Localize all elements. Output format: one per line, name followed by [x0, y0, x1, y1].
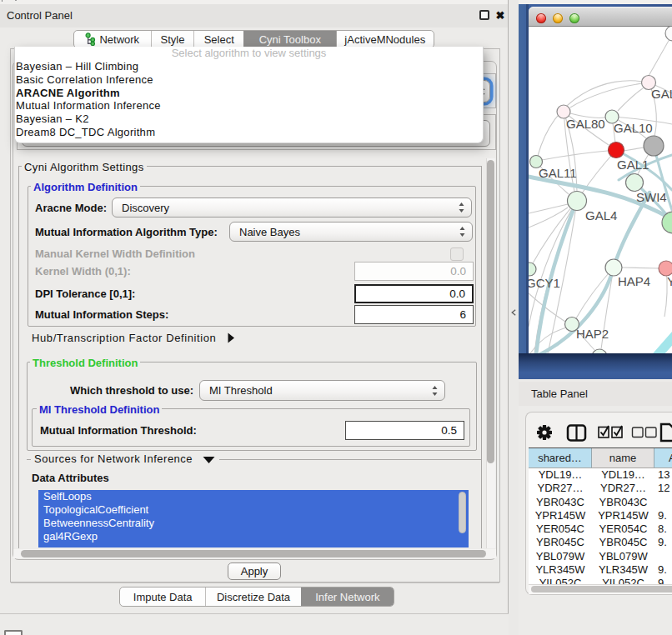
network-node-hap4[interactable] [605, 259, 622, 276]
table-cell[interactable]: YER054C [529, 522, 592, 536]
data-attributes-list[interactable]: SelfLoopsTopologicalCoefficientBetweenne… [38, 490, 469, 548]
table-cell[interactable] [654, 550, 672, 563]
table-cell[interactable]: 8. [654, 522, 672, 536]
table-cell[interactable]: YBR043C [592, 496, 654, 509]
expand-arrow-icon[interactable] [227, 332, 235, 343]
network-edge[interactable] [624, 148, 644, 151]
attribute-item[interactable]: gal4RGexp [38, 530, 469, 543]
table-cell[interactable]: YDR27… [592, 482, 654, 495]
settings-vscroll-thumb[interactable] [487, 160, 494, 463]
network-node-swi4[interactable] [626, 174, 644, 192]
table-cell[interactable]: YPR145W [592, 509, 654, 522]
tab-select[interactable]: Select [193, 31, 243, 48]
mi-threshold-field[interactable]: 0.5 [345, 421, 464, 440]
column-header-1[interactable]: name [592, 448, 654, 468]
checked-boxes-icon [599, 426, 622, 438]
network-node[interactable] [665, 27, 672, 41]
table-cell[interactable]: YBR045C [592, 536, 654, 549]
network-node-gcy1[interactable] [529, 262, 536, 276]
tab-impute-data[interactable]: Impute Data [120, 588, 205, 606]
network-node[interactable] [644, 136, 664, 156]
table-cell[interactable]: YLR345W [592, 563, 654, 577]
table-cell[interactable]: 9. [654, 563, 672, 577]
network-node-gal4[interactable] [568, 192, 587, 211]
network-edge[interactable] [570, 82, 649, 108]
tab-cyni-toolbox[interactable]: Cyni Toolbox [243, 31, 335, 48]
dropdown-item[interactable]: Dream8 DC_TDC Algorithm [15, 126, 483, 139]
table-cell[interactable]: YBL079W [529, 550, 592, 563]
network-edge[interactable] [622, 268, 659, 268]
hub-definition-label: Hub/Transcription Factor Definition [32, 332, 216, 345]
network-edge[interactable] [542, 150, 616, 160]
float-window-icon[interactable] [479, 10, 489, 20]
tab-network[interactable]: Network [74, 31, 151, 48]
corner-button[interactable] [4, 630, 23, 635]
network-window-titlebar[interactable] [529, 7, 672, 27]
mi-type-value: Naive Bayes [239, 222, 300, 241]
panel-splitter[interactable] [509, 0, 519, 635]
table-cell[interactable] [654, 496, 672, 509]
table-cell[interactable]: 12 [654, 482, 672, 495]
network-canvas[interactable]: GALGAL80GAL10GAL1GAL11SWI4GAL4GCY1HAP4YH… [529, 27, 672, 353]
table-cell[interactable]: YLR345W [529, 563, 592, 577]
network-edge[interactable] [529, 208, 568, 228]
table-cell[interactable]: 9. [654, 536, 672, 549]
close-traffic-light[interactable] [536, 13, 546, 23]
algorithm-dropdown-popup: Select algorithm to view settingsBayesia… [14, 47, 484, 143]
aracne-mode-label: Aracne Mode: [35, 198, 107, 218]
table-cell[interactable]: YDL19… [529, 468, 592, 482]
network-node-gal1[interactable] [609, 142, 624, 158]
list-scrollbar-thumb[interactable] [459, 492, 466, 533]
table-cell[interactable]: YBR045C [529, 536, 592, 549]
network-edge[interactable] [618, 88, 643, 111]
attribute-item[interactable]: SelfLoops [38, 490, 469, 503]
manual-kernel-checkbox[interactable] [450, 248, 464, 261]
node-table[interactable]: shared…nameAYDL19…YDR27…YBR043CYPR145WYE… [529, 448, 672, 584]
table-cell[interactable]: YER054C [592, 522, 654, 536]
dropdown-item[interactable]: ARACNE Algorithm [15, 87, 483, 100]
which-threshold-combo[interactable]: MI Threshold [199, 380, 445, 401]
table-toolbar [525, 421, 672, 444]
network-edge[interactable] [576, 268, 614, 318]
tab-infer-network[interactable]: Infer Network [301, 588, 394, 606]
table-cell[interactable]: YBR043C [529, 496, 592, 509]
attribute-item[interactable]: BetweennessCentrality [38, 517, 469, 530]
table-cell[interactable]: YIL052C [529, 577, 592, 584]
mi-steps-field[interactable]: 6 [354, 305, 474, 324]
table-cell[interactable]: 13 [654, 468, 672, 482]
network-edge-highlight[interactable] [644, 329, 672, 353]
kernel-width-field[interactable]: 0.0 [354, 262, 474, 281]
dropdown-item[interactable]: Mutual Information Inference [15, 99, 483, 112]
table-cell[interactable]: YBL079W [592, 550, 654, 563]
column-header-2[interactable]: A [654, 448, 672, 468]
dropdown-item[interactable]: Basic Correlation Inference [15, 73, 483, 87]
table-cell[interactable]: YDR27… [529, 482, 592, 495]
network-edge[interactable] [533, 201, 577, 263]
collapse-arrow-icon[interactable] [203, 456, 215, 464]
table-cell[interactable]: 9. [654, 577, 672, 584]
zoom-traffic-light[interactable] [569, 13, 579, 23]
apply-button[interactable]: Apply [228, 562, 281, 580]
tab-discretize-data[interactable]: Discretize Data [205, 588, 300, 606]
aracne-mode-combo[interactable]: Discovery [112, 198, 472, 218]
table-cell[interactable]: YPR145W [529, 509, 592, 522]
attribute-item[interactable]: TopologicalCoefficient [38, 503, 469, 517]
close-icon[interactable]: ✖ [494, 4, 507, 28]
network-edge[interactable] [529, 204, 568, 213]
table-cell[interactable]: 9. [654, 509, 672, 522]
column-header-0[interactable]: shared… [529, 448, 592, 468]
table-hscroll-thumb[interactable] [531, 586, 672, 592]
dpi-tolerance-field[interactable]: 0.0 [354, 284, 474, 303]
table-cell[interactable]: YDL19… [592, 468, 654, 482]
minimize-traffic-light[interactable] [553, 13, 563, 23]
splitter-collapse-icon[interactable] [511, 309, 516, 316]
settings-hscroll-thumb[interactable] [21, 550, 486, 558]
dropdown-item[interactable]: Bayesian – Hill Climbing [15, 60, 483, 73]
dropdown-item[interactable]: Bayesian – K2 [15, 112, 483, 126]
table-cell[interactable]: YIL052C [592, 577, 654, 584]
tab-jactivemnodules[interactable]: jActiveMNodules [336, 31, 434, 48]
tab-style[interactable]: Style [151, 31, 194, 48]
cytoscape-app: Control Panel ✖ NetworkStyleSelectCyni T… [0, 0, 672, 635]
mi-steps-label: Mutual Information Steps: [35, 305, 168, 324]
mi-type-combo[interactable]: Naive Bayes [229, 222, 473, 242]
